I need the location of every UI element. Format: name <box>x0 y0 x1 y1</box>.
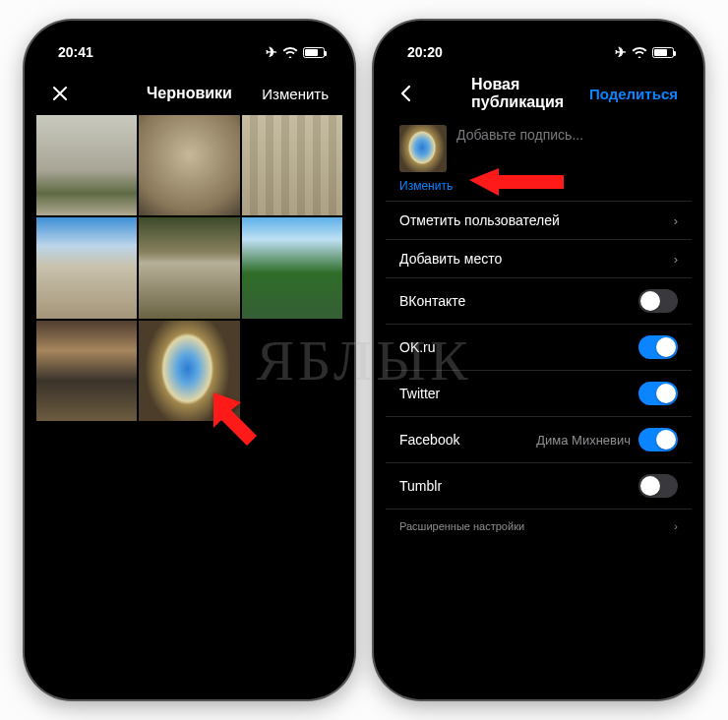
toggle-vkontakte[interactable] <box>638 289 678 313</box>
edit-caption-button[interactable]: Изменить <box>399 179 453 193</box>
row-okru: OK.ru <box>386 325 692 371</box>
nav-bar-drafts: Черновики Изменить <box>36 72 342 115</box>
page-title: Новая публикация <box>471 76 589 111</box>
edit-button[interactable]: Изменить <box>240 86 329 102</box>
draft-thumb[interactable] <box>139 115 239 215</box>
phone-right: 20:20 ✈︎ Новая публикация Поделиться Доб… <box>374 21 703 699</box>
row-label: Twitter <box>399 386 440 401</box>
annotation-arrow <box>469 162 568 221</box>
chevron-right-icon: › <box>674 520 678 532</box>
status-icons: ✈︎ <box>266 44 325 60</box>
notch <box>470 32 608 56</box>
battery-icon <box>652 47 674 58</box>
row-facebook: Facebook Дима Михневич <box>386 417 692 463</box>
row-label: Расширенные настройки <box>399 520 524 532</box>
row-advanced-settings[interactable]: Расширенные настройки › <box>386 510 692 543</box>
status-time: 20:20 <box>407 44 443 60</box>
battery-icon <box>303 47 325 58</box>
row-label: Добавить место <box>399 251 502 267</box>
row-label: Facebook <box>399 432 459 448</box>
annotation-arrow <box>194 387 282 475</box>
selected-photo-thumb[interactable] <box>399 125 447 172</box>
row-label: OK.ru <box>399 339 436 355</box>
back-button[interactable] <box>399 84 471 103</box>
drafts-grid <box>36 115 342 421</box>
row-twitter: Twitter <box>386 371 692 417</box>
row-label: ВКонтакте <box>399 293 465 309</box>
airplane-icon: ✈︎ <box>266 44 277 60</box>
draft-thumb[interactable] <box>139 217 239 318</box>
toggle-okru[interactable] <box>638 335 678 359</box>
facebook-account-name: Дима Михневич <box>536 433 631 448</box>
status-time: 20:41 <box>58 44 93 60</box>
toggle-tumblr[interactable] <box>638 474 678 498</box>
toggle-facebook[interactable] <box>638 428 678 451</box>
share-button[interactable]: Поделиться <box>589 86 678 102</box>
status-icons: ✈︎ <box>615 44 674 60</box>
close-button[interactable] <box>50 84 139 103</box>
chevron-right-icon: › <box>674 252 678 267</box>
svg-marker-1 <box>469 168 564 196</box>
row-label: Tumblr <box>399 478 442 494</box>
draft-thumb[interactable] <box>36 217 137 318</box>
row-vkontakte: ВКонтакте <box>386 278 692 325</box>
screen-newpost: 20:20 ✈︎ Новая публикация Поделиться Доб… <box>386 32 692 688</box>
nav-bar-newpost: Новая публикация Поделиться <box>386 72 692 115</box>
phone-left: 20:41 ✈︎ Черновики Изменить <box>25 21 354 699</box>
wifi-icon <box>632 46 647 58</box>
toggle-twitter[interactable] <box>638 382 678 405</box>
wifi-icon <box>282 46 298 58</box>
draft-thumb[interactable] <box>242 217 342 318</box>
screen-drafts: 20:41 ✈︎ Черновики Изменить <box>36 32 342 688</box>
draft-thumb[interactable] <box>36 115 137 215</box>
chevron-right-icon: › <box>674 213 678 228</box>
page-title: Черновики <box>147 85 232 102</box>
row-add-location[interactable]: Добавить место › <box>386 240 692 278</box>
notch <box>121 32 259 56</box>
caption-input[interactable]: Добавьте подпись... <box>456 125 678 143</box>
draft-thumb[interactable] <box>36 321 137 421</box>
draft-thumb[interactable] <box>242 115 342 215</box>
row-tumblr: Tumblr <box>386 463 692 510</box>
options-list: Отметить пользователей › Добавить место … <box>386 201 692 543</box>
airplane-icon: ✈︎ <box>615 44 627 60</box>
